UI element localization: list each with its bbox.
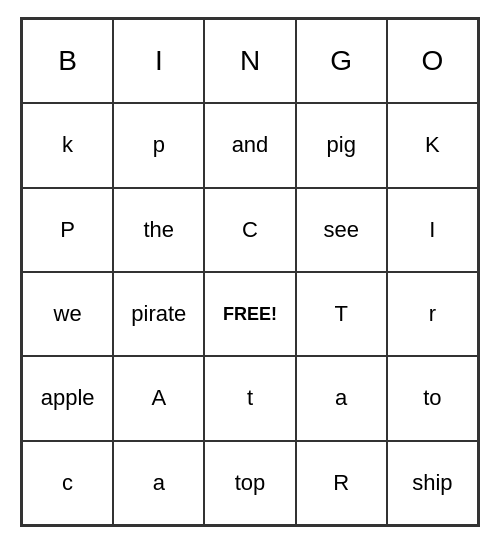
cell-r1-c3: and xyxy=(204,103,295,187)
header-o: O xyxy=(387,19,478,103)
cell-r5-c5: ship xyxy=(387,441,478,525)
cell-r2-c5: I xyxy=(387,188,478,272)
cell-r4-c1: apple xyxy=(22,356,113,440)
cell-r5-c2: a xyxy=(113,441,204,525)
cell-r5-c3: top xyxy=(204,441,295,525)
cell-r4-c5: to xyxy=(387,356,478,440)
cell-r2-c4: see xyxy=(296,188,387,272)
cell-r5-c4: R xyxy=(296,441,387,525)
cell-r3-c3-free: FREE! xyxy=(204,272,295,356)
header-n: N xyxy=(204,19,295,103)
cell-r3-c1: we xyxy=(22,272,113,356)
cell-r5-c1: c xyxy=(22,441,113,525)
cell-r4-c2: A xyxy=(113,356,204,440)
cell-r3-c4: T xyxy=(296,272,387,356)
cell-r2-c3: C xyxy=(204,188,295,272)
cell-r2-c1: P xyxy=(22,188,113,272)
header-b: B xyxy=(22,19,113,103)
header-g: G xyxy=(296,19,387,103)
cell-r3-c2: pirate xyxy=(113,272,204,356)
cell-r1-c1: k xyxy=(22,103,113,187)
cell-r3-c5: r xyxy=(387,272,478,356)
cell-r1-c5: K xyxy=(387,103,478,187)
cell-r1-c4: pig xyxy=(296,103,387,187)
cell-r1-c2: p xyxy=(113,103,204,187)
cell-r4-c4: a xyxy=(296,356,387,440)
header-i: I xyxy=(113,19,204,103)
cell-r4-c3: t xyxy=(204,356,295,440)
cell-r2-c2: the xyxy=(113,188,204,272)
bingo-card: B I N G O k p and pig K P the C see I we… xyxy=(20,17,480,527)
